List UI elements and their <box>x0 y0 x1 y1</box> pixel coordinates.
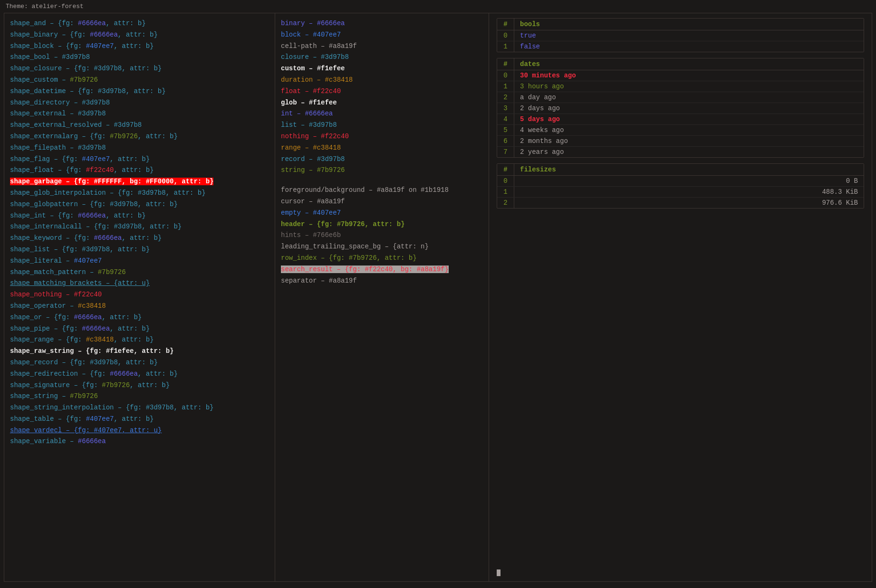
mid-top-line-12: record – #3d97b8 <box>281 154 483 165</box>
left-column: shape_and – {fg: #6666ea, attr: b}shape_… <box>4 13 275 581</box>
filesizes-rows: 00 B1488.3 KiB2976.6 KiB <box>497 176 864 208</box>
dates-row-val: 4 weeks ago <box>514 125 864 135</box>
left-line-24: shape_nothing – #f22c40 <box>10 289 269 301</box>
mid-separator <box>281 176 483 185</box>
left-line-30: shape_record – {fg: #3d97b8, attr: b} <box>10 357 269 369</box>
dates-row-7: 72 years ago <box>497 147 864 157</box>
left-line-35: shape_table – {fg: #407ee7, attr: b} <box>10 414 269 425</box>
dates-row-1: 13 hours ago <box>497 81 864 92</box>
left-line-22: shape_match_pattern – #7b9726 <box>10 267 269 278</box>
left-line-12: shape_flag – {fg: #407ee7, attr: b} <box>10 154 269 165</box>
left-line-5: shape_custom – #7b9726 <box>10 75 269 86</box>
left-line-9: shape_external_resolved – #3d97b8 <box>10 120 269 131</box>
dates-row-num: 5 <box>497 125 514 135</box>
mid-bottom-line-8: separator – #a8a19f <box>281 275 483 287</box>
mid-top-line-6: float – #f22c40 <box>281 86 483 97</box>
bools-th-num: # <box>497 19 514 30</box>
mid-top-line-9: list – #3d97b8 <box>281 120 483 131</box>
left-line-18: shape_internalcall – {fg: #3d97b8, attr:… <box>10 221 269 233</box>
mid-bottom-line-6: row_index – {fg: #7b9726, attr: b} <box>281 253 483 264</box>
bools-rows: 0true1false <box>497 30 864 52</box>
bools-row-1: 1false <box>497 41 864 52</box>
dates-table-header: # dates <box>497 58 864 70</box>
left-line-14: shape_garbage – {fg: #FFFFFF, bg: #FF000… <box>10 176 269 188</box>
filesizes-row-1: 1488.3 KiB <box>497 187 864 198</box>
cursor-blink <box>497 569 501 576</box>
mid-top-line-3: closure – #3d97b8 <box>281 52 483 63</box>
filesizes-row-2: 2976.6 KiB <box>497 198 864 208</box>
left-line-23: shape_matching_brackets – {attr: u} <box>10 278 269 289</box>
mid-col-top: binary – #6666eablock – #407ee7cell-path… <box>281 18 483 176</box>
left-line-33: shape_string – #7b9726 <box>10 391 269 402</box>
filesizes-row-num: 2 <box>497 198 514 208</box>
left-line-34: shape_string_interpolation – {fg: #3d97b… <box>10 402 269 414</box>
filesizes-row-0: 00 B <box>497 176 864 187</box>
dates-row-val: 30 minutes ago <box>514 70 864 81</box>
title-bar: Theme: atelier-forest <box>0 0 876 13</box>
dates-row-num: 7 <box>497 147 514 157</box>
dates-row-num: 0 <box>497 70 514 81</box>
mid-top-line-11: range – #c38418 <box>281 142 483 154</box>
right-column: # bools 0true1false # dates 030 minutes … <box>489 13 872 581</box>
left-line-16: shape_globpattern – {fg: #3d97b8, attr: … <box>10 199 269 210</box>
left-line-21: shape_literal – #407ee7 <box>10 256 269 267</box>
mid-bottom-line-2: empty – #407ee7 <box>281 208 483 219</box>
mid-column: binary – #6666eablock – #407ee7cell-path… <box>275 13 489 581</box>
left-line-13: shape_float – {fg: #f22c40, attr: b} <box>10 165 269 176</box>
left-line-1: shape_binary – {fg: #6666ea, attr: b} <box>10 29 269 41</box>
left-line-6: shape_datetime – {fg: #3d97b8, attr: b} <box>10 86 269 97</box>
dates-row-val: 3 hours ago <box>514 81 864 92</box>
mid-top-line-5: duration – #c38418 <box>281 75 483 86</box>
left-line-36: shape_vardecl – {fg: #407ee7, attr: u} <box>10 425 269 436</box>
mid-top-line-13: string – #7b9726 <box>281 165 483 176</box>
filesizes-row-val: 488.3 KiB <box>514 187 864 197</box>
mid-top-line-2: cell-path – #a8a19f <box>281 41 483 52</box>
left-line-2: shape_block – {fg: #407ee7, attr: b} <box>10 41 269 52</box>
dates-row-val: 5 days ago <box>514 114 864 124</box>
mid-bottom-line-4: hints – #766e6b <box>281 230 483 241</box>
filesizes-table-header: # filesizes <box>497 164 864 176</box>
left-line-29: shape_raw_string – {fg: #f1efee, attr: b… <box>10 346 269 357</box>
dates-row-num: 2 <box>497 92 514 103</box>
bools-row-num: 0 <box>497 30 514 41</box>
dates-row-num: 6 <box>497 136 514 146</box>
left-col-content: shape_and – {fg: #6666ea, attr: b}shape_… <box>10 18 269 447</box>
left-line-15: shape_glob_interpolation – {fg: #3d97b8,… <box>10 188 269 199</box>
left-line-32: shape_signature – {fg: #7b9726, attr: b} <box>10 380 269 391</box>
left-line-31: shape_redirection – {fg: #6666ea, attr: … <box>10 369 269 380</box>
mid-col-bottom: foreground/background – #a8a19f on #1b19… <box>281 185 483 286</box>
bools-row-num: 1 <box>497 41 514 52</box>
filesizes-row-val: 0 B <box>514 176 864 186</box>
left-line-7: shape_directory – #3d97b8 <box>10 97 269 109</box>
filesizes-table: # filesizes 00 B1488.3 KiB2976.6 KiB <box>497 163 864 209</box>
dates-row-val: 2 years ago <box>514 147 864 157</box>
main-container: shape_and – {fg: #6666ea, attr: b}shape_… <box>4 13 872 582</box>
dates-row-4: 45 days ago <box>497 114 864 125</box>
filesizes-th-num: # <box>497 164 514 175</box>
filesizes-th-label: filesizes <box>514 164 562 175</box>
filesizes-row-num: 0 <box>497 176 514 186</box>
bools-table: # bools 0true1false <box>497 18 864 52</box>
left-line-10: shape_externalarg – {fg: #7b9726, attr: … <box>10 131 269 142</box>
mid-top-line-1: block – #407ee7 <box>281 29 483 41</box>
mid-bottom-line-3: header – {fg: #7b9726, attr: b} <box>281 219 483 230</box>
left-line-25: shape_operator – #c38418 <box>10 301 269 312</box>
mid-top-line-0: binary – #6666ea <box>281 18 483 29</box>
left-line-11: shape_filepath – #3d97b8 <box>10 142 269 154</box>
dates-row-2: 2a day ago <box>497 92 864 103</box>
bools-row-val: false <box>514 41 864 52</box>
dates-row-num: 1 <box>497 81 514 92</box>
mid-top-line-10: nothing – #f22c40 <box>281 131 483 142</box>
left-line-8: shape_external – #3d97b8 <box>10 108 269 120</box>
dates-th-label: dates <box>514 58 546 70</box>
cursor-indicator <box>497 569 864 577</box>
dates-row-6: 62 months ago <box>497 136 864 147</box>
dates-row-val: 2 months ago <box>514 136 864 146</box>
mid-bottom-line-5: leading_trailing_space_bg – {attr: n} <box>281 241 483 253</box>
left-line-19: shape_keyword – {fg: #6666ea, attr: b} <box>10 233 269 244</box>
left-line-0: shape_and – {fg: #6666ea, attr: b} <box>10 18 269 29</box>
dates-row-5: 54 weeks ago <box>497 125 864 136</box>
left-line-37: shape_variable – #6666ea <box>10 436 269 447</box>
left-line-28: shape_range – {fg: #c38418, attr: b} <box>10 334 269 346</box>
dates-row-val: a day ago <box>514 92 864 103</box>
